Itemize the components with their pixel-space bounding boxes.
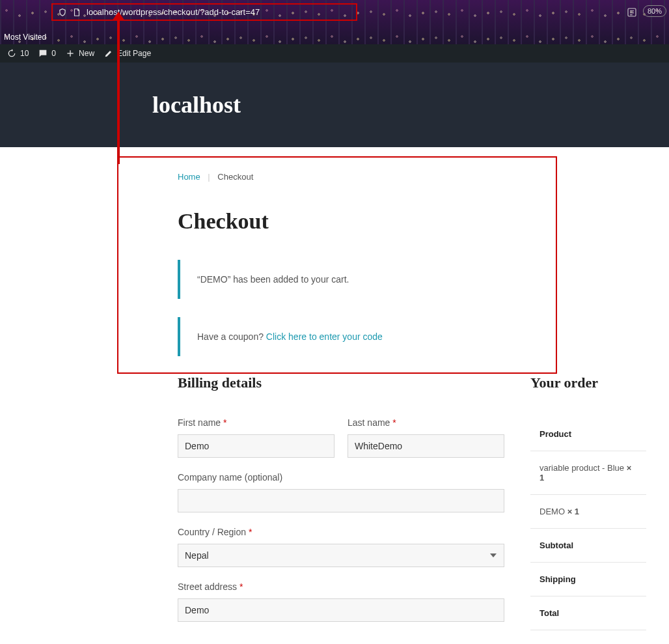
billing-heading: Billing details — [178, 374, 504, 391]
order-product-header: Product — [530, 417, 646, 451]
order-table: Product variable product - Blue × 1 DEMO… — [530, 417, 646, 630]
site-title[interactable]: localhost — [152, 91, 517, 119]
browser-chrome: localhost/wordpress/checkout/?add-to-car… — [0, 0, 669, 44]
table-row: Total — [530, 596, 646, 630]
wp-new-label: New — [79, 49, 94, 58]
last-name-label: Last name * — [348, 417, 504, 428]
wp-updates[interactable]: 10 — [7, 48, 29, 59]
wp-comments[interactable]: 0 — [38, 48, 56, 59]
order-heading: Your order — [530, 374, 646, 391]
wp-admin-bar: 10 0 New Edit Page — [0, 44, 669, 63]
first-name-field[interactable] — [178, 434, 334, 458]
company-field[interactable] — [178, 489, 504, 512]
page-content: Home | Checkout Checkout “DEMO” has been… — [0, 147, 669, 644]
url-bar[interactable]: localhost/wordpress/checkout/?add-to-car… — [51, 3, 357, 21]
bookmarks-most-visited[interactable]: Most Visited — [4, 33, 46, 42]
breadcrumb-home[interactable]: Home — [178, 172, 200, 182]
wp-comments-count: 0 — [51, 49, 56, 58]
shipping-label: Shipping — [530, 563, 646, 596]
wp-new[interactable]: New — [65, 48, 94, 59]
table-row: DEMO × 1 — [530, 495, 646, 529]
billing-details: Billing details First name * Last name *… — [178, 374, 504, 636]
shield-icon[interactable] — [58, 8, 67, 17]
zoom-badge[interactable]: 80% — [643, 5, 666, 17]
annotation-arrow — [117, 20, 120, 164]
country-select[interactable]: Nepal — [178, 544, 504, 567]
country-label: Country / Region * — [178, 527, 504, 537]
subtotal-label: Subtotal — [530, 529, 646, 563]
total-label: Total — [530, 596, 646, 630]
breadcrumb-current: Checkout — [217, 172, 253, 182]
reader-mode-icon[interactable] — [626, 7, 638, 18]
last-name-field[interactable] — [348, 434, 504, 458]
coupon-link[interactable]: Click here to enter your code — [266, 331, 383, 342]
site-header: localhost — [0, 63, 669, 147]
table-row: variable product - Blue × 1 — [530, 451, 646, 495]
wp-updates-count: 10 — [20, 49, 29, 58]
order-summary: Your order Product variable product - Bl… — [530, 374, 646, 636]
notice-added-text: “DEMO” has been added to your cart. — [197, 274, 349, 285]
street-field[interactable] — [178, 598, 504, 622]
first-name-label: First name * — [178, 417, 334, 428]
page-icon — [72, 8, 81, 17]
table-row: Subtotal — [530, 529, 646, 563]
notice-added-to-cart: “DEMO” has been added to your cart. — [178, 260, 646, 299]
wp-edit-page[interactable]: Edit Page — [103, 48, 151, 59]
breadcrumb-sep: | — [208, 172, 210, 182]
table-row: Shipping — [530, 563, 646, 596]
url-text[interactable]: localhost/wordpress/checkout/?add-to-car… — [87, 7, 351, 17]
coupon-question: Have a coupon? — [197, 331, 266, 342]
wp-edit-label: Edit Page — [117, 49, 151, 58]
company-label: Company name (optional) — [178, 472, 504, 483]
notice-coupon: Have a coupon? Click here to enter your … — [178, 317, 646, 356]
page-title: Checkout — [178, 209, 646, 234]
breadcrumb: Home | Checkout — [178, 156, 646, 182]
street-label: Street address * — [178, 581, 504, 592]
